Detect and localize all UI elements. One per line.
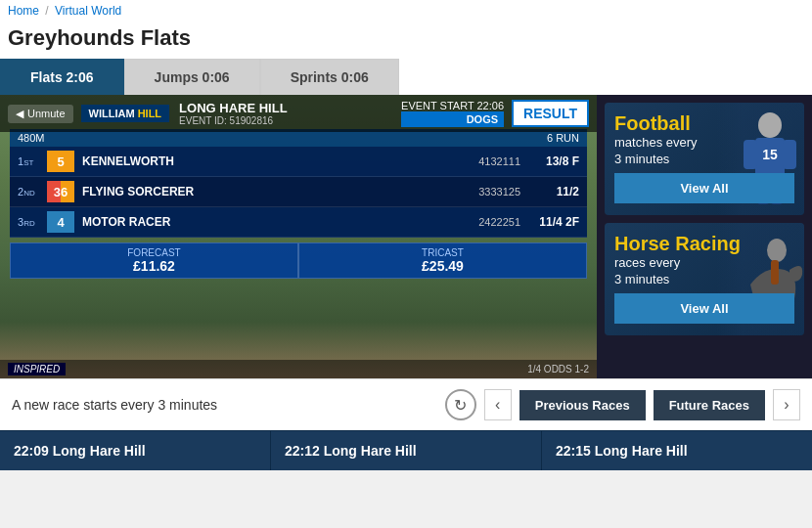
dog-number-2: 36 [47,181,74,202]
dog-bsp-3: 2422251 [452,216,520,228]
table-row: 3RD 4 MOTOR RACER 2422251 11/4 2F [10,207,587,238]
football-promo-title: Football [614,112,794,135]
race-info-text: A new race starts every 3 minutes [12,397,437,413]
football-view-all-button[interactable]: View All [614,173,794,203]
next-nav-button[interactable]: › [773,389,800,420]
inspired-logo: INSPIRED [8,363,66,375]
dog-odds-2: 11/2 [520,185,579,198]
race-card-3[interactable]: 22:15 Long Hare Hill [542,431,812,470]
home-link[interactable]: Home [8,4,39,18]
table-row: 1ST 5 KENNELWORTH 4132111 13/8 F [10,147,587,177]
video-footer: INSPIRED 1/4 ODDS 1-2 [0,360,597,378]
forecast-box: FORECAST £11.62 [10,242,298,279]
results-table: 1ST 5 KENNELWORTH 4132111 13/8 F 2ND 36 … [10,147,587,238]
page-title: Greyhounds Flats [0,22,812,59]
race-card-1[interactable]: 22:09 Long Hare Hill [0,431,271,470]
dog-name-2: FLYING SORCERER [82,185,452,198]
previous-races-button[interactable]: Previous Races [519,390,646,420]
unmute-button[interactable]: ◀ Unmute [8,105,73,123]
horse-racing-promo-card: Horse Racing races every3 minutes View A… [605,223,804,335]
forecast-label: FORECAST [15,247,293,258]
table-row: 2ND 36 FLYING SORCERER 3333125 11/2 [10,177,587,207]
dog-name-3: MOTOR RACER [82,215,452,229]
video-header: ◀ Unmute WILLIAM HILL LONG HARE HILL EVE… [0,95,597,132]
virtual-world-link[interactable]: Virtual World [55,4,121,18]
tab-jumps[interactable]: Jumps 0:06 [124,59,260,95]
event-name: LONG HARE HILL [179,101,401,115]
tricast-box: TRICAST £25.49 [298,242,587,279]
horse-racing-promo-title: Horse Racing [614,233,794,255]
tricast-value: £25.49 [303,258,582,274]
william-hill-logo: WILLIAM HILL [81,105,170,122]
dogs-label: DOGS [401,111,504,127]
horse-racing-view-all-button[interactable]: View All [614,293,794,324]
race-cards-row: 22:09 Long Hare Hill 22:12 Long Hare Hil… [0,430,812,470]
dog-number-3: 4 [47,211,74,233]
event-info: LONG HARE HILL EVENT ID: 51902816 [179,101,401,126]
speaker-icon: ◀ [16,108,23,120]
dog-bsp-2: 3333125 [452,186,520,198]
football-promo-content: Football matches every3 minutes View All [605,103,804,213]
odds-label: 1/4 ODDS 1-2 [527,364,589,374]
tricast-label: TRICAST [303,247,582,258]
refresh-button[interactable]: ↻ [445,389,476,420]
results-overlay: 480M 6 RUN 1ST 5 KENNELWORTH 4132111 13/… [10,129,587,279]
future-races-button[interactable]: Future Races [654,390,765,420]
race-video-area: ◀ Unmute WILLIAM HILL LONG HARE HILL EVE… [0,95,597,378]
horse-racing-promo-content: Horse Racing races every3 minutes View A… [605,223,804,333]
place-3: 3RD [18,216,47,228]
breadcrumb: Home / Virtual World [0,0,812,22]
chevron-left-icon: ‹ [495,396,500,414]
prev-nav-button[interactable]: ‹ [484,389,512,420]
football-promo-card: Football matches every3 minutes View All… [605,103,804,215]
dog-number-1: 5 [47,151,74,172]
tab-flats[interactable]: Flats 2:06 [0,59,124,95]
chevron-right-icon: › [784,396,789,414]
dog-odds-3: 11/4 2F [520,215,579,229]
right-sidebar: Football matches every3 minutes View All… [597,95,812,378]
forecast-value: £11.62 [15,258,293,274]
place-2: 2ND [18,186,47,198]
tab-bar: Flats 2:06 Jumps 0:06 Sprints 0:06 [0,59,812,95]
tab-sprints[interactable]: Sprints 0:06 [260,59,399,95]
dog-name-1: KENNELWORTH [82,154,452,168]
race-background: ◀ Unmute WILLIAM HILL LONG HARE HILL EVE… [0,95,597,378]
result-badge: RESULT [512,100,589,127]
football-promo-subtitle: matches every3 minutes [614,135,794,168]
bottom-bar: A new race starts every 3 minutes ↻ ‹ Pr… [0,378,812,430]
dog-bsp-1: 4132111 [452,155,520,167]
race-card-2[interactable]: 22:12 Long Hare Hill [271,431,542,470]
forecast-tricast-section: FORECAST £11.62 TRICAST £25.49 [10,242,587,279]
horse-racing-promo-subtitle: races every3 minutes [614,255,794,288]
main-content: ◀ Unmute WILLIAM HILL LONG HARE HILL EVE… [0,95,812,378]
refresh-icon: ↻ [454,396,467,415]
breadcrumb-separator: / [45,4,48,18]
place-1: 1ST [18,155,47,167]
event-right-info: EVENT START 22:06 DOGS [401,100,504,127]
dog-odds-1: 13/8 F [520,154,579,168]
event-id: EVENT ID: 51902816 [179,115,401,126]
